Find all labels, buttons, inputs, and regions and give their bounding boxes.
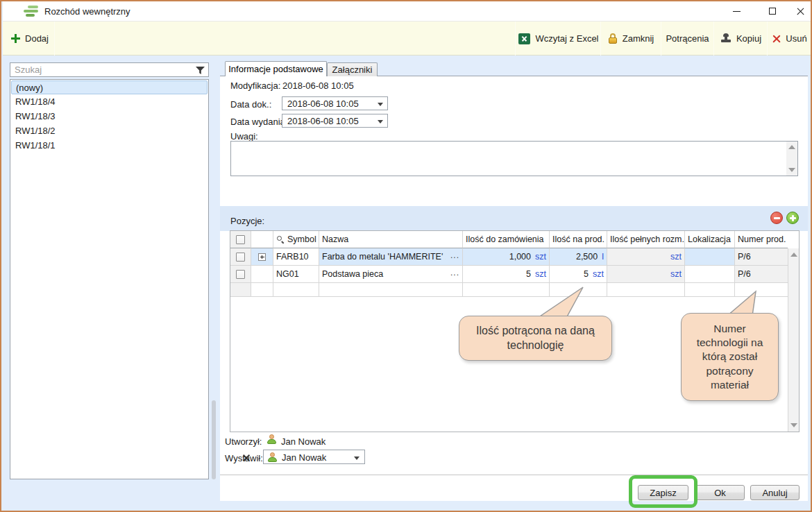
header-symbol[interactable]: Symbol [273, 231, 319, 248]
issue-date-label: Data wydania: [230, 117, 287, 127]
ellipsis-button[interactable]: ... [450, 268, 459, 278]
doc-date-label: Data dok.: [230, 99, 271, 110]
cell-qty-full[interactable]: szt [607, 248, 685, 266]
minimize-button[interactable] [725, 2, 748, 20]
list-item[interactable]: RW1/18/4 [11, 95, 208, 109]
callout-qty-text: Ilość potrącona na daną technologię [469, 324, 602, 353]
footer-separator [220, 475, 808, 475]
annotation-callout-qty: Ilość potrącona na daną technologię [459, 316, 612, 361]
excel-icon [518, 33, 530, 44]
cell-prod-no[interactable]: P/6 [735, 266, 788, 283]
issue-date-dropdown[interactable]: 2018-06-08 10:05 [282, 114, 388, 128]
load-excel-label: Wczytaj z Excel [535, 33, 598, 44]
search-input[interactable] [13, 64, 187, 76]
issued-by-dropdown[interactable]: Jan Nowak [263, 450, 365, 464]
scroll-down-icon[interactable] [788, 168, 795, 172]
deductions-button[interactable]: Potrącenia [662, 22, 713, 56]
list-item-nowy[interactable]: (nowy) [11, 80, 208, 94]
minimize-icon [733, 11, 741, 12]
notes-scrollbar[interactable] [786, 142, 797, 176]
ellipsis-button[interactable]: ... [450, 250, 459, 260]
stamp-icon [720, 33, 731, 44]
toolbar-separator [713, 22, 714, 56]
add-row-button[interactable] [786, 212, 799, 224]
close-doc-button[interactable]: Zamknij [602, 22, 659, 56]
toolbar-separator [767, 22, 768, 56]
header-expand-cell [251, 231, 273, 248]
header-checkbox-cell [230, 231, 251, 248]
delete-button[interactable]: Usuń [768, 22, 811, 56]
notes-textarea[interactable] [230, 141, 798, 176]
sidebar-scrollbar-thumb[interactable] [212, 400, 216, 479]
positions-label: Pozycje: [230, 216, 264, 226]
padlock-icon [608, 33, 618, 44]
scroll-up-icon[interactable] [788, 145, 795, 149]
plus-icon [11, 34, 20, 43]
cell-qty-order[interactable]: 5szt [463, 266, 550, 283]
add-label: Dodaj [25, 33, 49, 44]
row-checkbox[interactable] [236, 270, 245, 279]
ok-button[interactable]: Ok [695, 485, 745, 500]
add-button[interactable]: Dodaj [7, 22, 53, 56]
header-prod-no[interactable]: Numer prod. [735, 231, 788, 248]
cell-location[interactable] [685, 266, 735, 283]
document-list: (nowy) RW1/18/4 RW1/18/3 RW1/18/2 RW1/18… [10, 79, 209, 479]
save-highlight-annotation [629, 475, 697, 508]
tab-attachments[interactable]: Załączniki [327, 62, 378, 76]
header-name[interactable]: Nazwa [319, 231, 463, 248]
scroll-down-icon[interactable] [790, 423, 797, 427]
cell-qty-prod[interactable]: 5szt [550, 266, 607, 283]
remove-row-button[interactable] [770, 212, 783, 224]
cell-symbol[interactable]: NG01 [273, 266, 319, 283]
toolbar-separator [515, 22, 516, 56]
table-new-row[interactable] [230, 283, 788, 297]
delete-x-icon [772, 34, 781, 43]
doc-date-dropdown[interactable]: 2018-06-08 10:05 [282, 96, 388, 110]
scroll-up-icon[interactable] [790, 253, 797, 257]
table-scrollbar[interactable] [788, 248, 799, 432]
modification-label: Modyfikacja: [230, 80, 280, 91]
header-qty-full[interactable]: Ilość pełnych rozm. [607, 231, 685, 248]
close-doc-label: Zamknij [623, 33, 654, 44]
list-item[interactable]: RW1/18/1 [11, 139, 208, 153]
copy-label: Kopiuj [736, 33, 761, 44]
select-all-checkbox[interactable] [236, 235, 245, 244]
app-window: Rozchód wewnętrzny Dodaj Wczytaj z Excel… [0, 0, 812, 512]
cell-symbol[interactable]: FARB10 [273, 248, 319, 266]
copy-button[interactable]: Kopiuj [716, 22, 766, 56]
expand-row-icon[interactable] [258, 253, 266, 261]
toolbar-separator [54, 22, 55, 56]
toolbar-separator [600, 22, 601, 56]
cancel-label: Anuluj [762, 488, 787, 498]
list-item[interactable]: RW1/18/3 [11, 110, 208, 123]
row-checkbox[interactable] [236, 253, 245, 262]
list-item[interactable]: RW1/18/2 [11, 124, 208, 138]
header-qty-prod[interactable]: Ilość na prod. [550, 231, 607, 248]
cancel-button[interactable]: Anuluj [750, 485, 800, 500]
maximize-button[interactable] [761, 2, 784, 20]
cell-qty-order[interactable]: 1,000szt [463, 248, 550, 266]
created-by-label: Utworzył: [225, 436, 262, 447]
cell-name[interactable]: Farba do metalu 'HAMMERITE' 2....... [319, 248, 463, 266]
close-icon [796, 7, 805, 16]
table-row[interactable]: NG01 Podstawa pieca... 5szt 5szt szt P/6 [230, 266, 788, 283]
minus-icon [774, 217, 780, 219]
tab-basic-info[interactable]: Informacje podstawowe [225, 61, 327, 76]
issued-by-value: Jan Nowak [282, 452, 326, 463]
close-button[interactable] [788, 2, 812, 20]
app-logo-icon [24, 6, 39, 17]
header-location[interactable]: Lokalizacja [685, 231, 735, 248]
cell-qty-full[interactable]: szt [607, 266, 685, 283]
toolbar-separator [661, 22, 661, 56]
toolbar: Dodaj Wczytaj z Excel Zamknij Potrącenia… [3, 22, 812, 56]
cell-location[interactable] [685, 248, 735, 266]
filter-funnel-icon[interactable] [196, 67, 205, 75]
table-row[interactable]: FARB10 Farba do metalu 'HAMMERITE' 2....… [230, 248, 788, 266]
cell-prod-no[interactable]: P/6 [735, 248, 788, 266]
chevron-down-icon [378, 120, 383, 123]
table-header-row: Symbol Nazwa Ilość do zamówienia Ilość n… [230, 231, 788, 248]
cell-qty-prod[interactable]: 2,500l [550, 248, 607, 266]
header-qty-order[interactable]: Ilość do zamówienia [463, 231, 550, 248]
cell-name[interactable]: Podstawa pieca... [319, 266, 463, 283]
load-excel-button[interactable]: Wczytaj z Excel [518, 22, 600, 56]
